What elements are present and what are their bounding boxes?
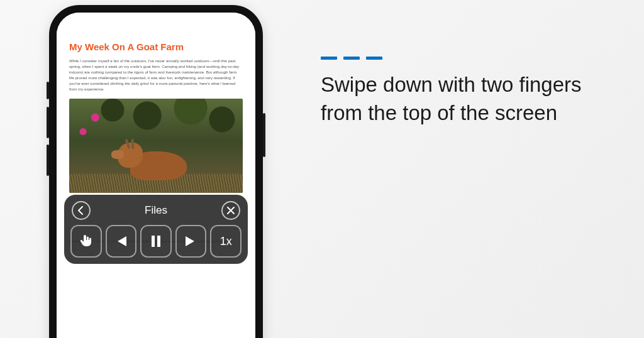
power-button [263,113,265,157]
volume-button [47,144,49,176]
phone-screen: My Week On A Goat Farm While I consider … [57,13,255,338]
svg-rect-1 [157,236,160,247]
speak-screen-panel: Files [64,195,248,264]
gesture-button[interactable] [70,225,102,258]
document-image [69,99,243,193]
phone-frame: My Week On A Goat Farm While I consider … [49,5,263,338]
instruction-block: Swipe down with two fingers from the top… [321,57,597,127]
accent-dashes [321,57,597,60]
rate-button[interactable]: 1x [210,225,242,258]
volume-button [47,82,49,99]
previous-button[interactable] [106,225,137,258]
back-button[interactable] [72,201,91,220]
pause-button[interactable] [140,225,172,258]
hand-point-icon [79,233,94,249]
skip-forward-icon [184,235,198,248]
rate-label: 1x [220,235,232,248]
document-title: My Week On A Goat Farm [69,41,243,52]
next-button[interactable] [175,225,207,258]
document-body: While I consider myself a fan of the out… [69,58,243,92]
close-icon [227,207,235,214]
svg-rect-0 [152,236,155,247]
pause-icon [150,235,162,248]
instruction-text: Swipe down with two fingers from the top… [321,71,597,127]
volume-button [47,107,49,138]
skip-back-icon [114,235,128,248]
chevron-left-icon [77,206,85,215]
panel-title: Files [91,204,221,217]
close-button[interactable] [221,201,240,220]
